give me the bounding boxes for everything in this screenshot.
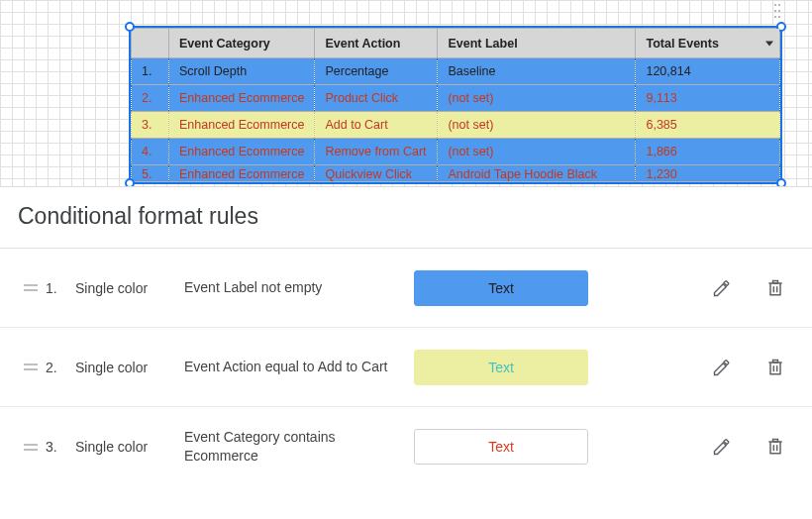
rule-preview-label: Text [488,280,514,296]
table-widget[interactable]: Event Category Event Action Event Label … [129,26,782,184]
rule-drag-handle[interactable] [24,284,42,291]
cell-event-category: Enhanced Ecommerce [169,165,315,182]
delete-rule-button[interactable] [762,434,788,460]
edit-rule-button[interactable] [709,355,735,380]
rule-type: Single color [75,360,184,375]
row-index: 4. [132,139,169,165]
header-event-category[interactable]: Event Category [169,29,315,58]
conditional-format-panel: Conditional format rules 1. Single color… [0,186,812,519]
sort-desc-icon [765,41,773,46]
rule-condition: Event Category contains Ecommerce [184,428,414,466]
cell-total-events: 6,385 [636,112,780,139]
rule-type: Single color [75,280,184,296]
header-index[interactable] [132,29,169,58]
rule-condition: Event Label not empty [184,278,414,297]
format-rule: 3. Single color Event Category contains … [0,407,812,486]
rule-type: Single color [75,439,184,455]
trash-icon [765,437,785,457]
rule-preview-swatch: Text [414,270,588,306]
cell-event-category: Enhanced Ecommerce [169,139,315,165]
row-index: 2. [132,85,169,112]
cell-event-action: Quickview Click [315,165,438,182]
header-total-events-label: Total Events [646,37,718,51]
cell-event-action: Add to Cart [315,112,438,139]
cell-event-action: Remove from Cart [315,139,438,165]
panel-title: Conditional format rules [0,187,812,249]
pencil-icon [712,278,732,298]
pencil-icon [712,437,732,457]
cell-event-category: Enhanced Ecommerce [169,112,315,139]
header-total-events[interactable]: Total Events [636,29,780,58]
format-rule: 2. Single color Event Action equal to Ad… [0,328,812,407]
cell-event-action: Percentage [315,58,438,85]
cell-total-events: 120,814 [636,58,780,85]
table-row[interactable]: 3. Enhanced Ecommerce Add to Cart (not s… [132,112,780,139]
widget-drag-handle[interactable] [774,4,782,18]
rule-drag-handle[interactable] [24,444,42,451]
cell-event-category: Enhanced Ecommerce [169,85,315,112]
rule-preview-swatch: Text [414,350,588,385]
edit-rule-button[interactable] [709,434,735,460]
row-index: 3. [132,112,169,139]
table-row[interactable]: 5. Enhanced Ecommerce Quickview Click An… [132,165,780,182]
cell-total-events: 1,866 [636,139,780,165]
rule-condition: Event Action equal to Add to Cart [184,358,414,376]
edit-rule-button[interactable] [709,275,735,301]
canvas-grid: Event Category Event Action Event Label … [0,0,812,186]
rule-preview-swatch: Text [414,429,588,465]
rule-preview-label: Text [488,439,514,455]
trash-icon [765,358,785,377]
cell-event-category: Scroll Depth [169,58,315,85]
table-row[interactable]: 4. Enhanced Ecommerce Remove from Cart (… [132,139,780,165]
trash-icon [765,278,785,298]
format-rule: 1. Single color Event Label not empty Te… [0,249,812,328]
table-row[interactable]: 1. Scroll Depth Percentage Baseline 120,… [132,58,780,85]
cell-event-label: (not set) [438,139,636,165]
cell-event-label: Baseline [438,58,636,85]
rule-number: 2. [46,360,75,375]
cell-event-label: (not set) [438,112,636,139]
rule-number: 3. [46,439,75,455]
header-event-label[interactable]: Event Label [438,29,636,58]
cell-total-events: 9,113 [636,85,780,112]
rule-drag-handle[interactable] [24,363,42,370]
events-table: Event Category Event Action Event Label … [131,28,780,182]
row-index: 1. [132,58,169,85]
rule-preview-label: Text [488,360,514,375]
cell-event-action: Product Click [315,85,438,112]
delete-rule-button[interactable] [762,355,788,380]
cell-event-label: (not set) [438,85,636,112]
cell-event-label: Android Tape Hoodie Black [438,165,636,182]
header-event-action[interactable]: Event Action [315,29,438,58]
selection-handle-tl[interactable] [125,22,135,32]
cell-total-events: 1,230 [636,165,780,182]
table-header-row: Event Category Event Action Event Label … [132,29,780,58]
pencil-icon [712,358,732,377]
rule-number: 1. [46,280,75,296]
delete-rule-button[interactable] [762,275,788,301]
row-index: 5. [132,165,169,182]
table-row[interactable]: 2. Enhanced Ecommerce Product Click (not… [132,85,780,112]
